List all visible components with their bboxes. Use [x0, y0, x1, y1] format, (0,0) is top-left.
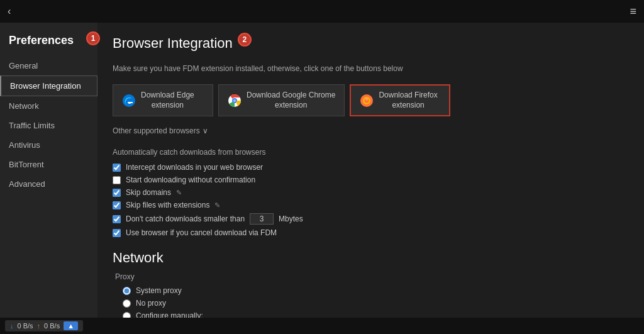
svg-point-8: [365, 98, 368, 101]
firefox-btn-line2: extension: [379, 101, 437, 111]
svg-point-0: [123, 94, 135, 107]
skip-domains-label: Skip domains: [126, 188, 171, 197]
use-browser-checkbox[interactable]: [113, 229, 121, 237]
mbytes-label: Mbytes: [279, 214, 303, 223]
radio-no-proxy: No proxy: [123, 299, 629, 308]
proxy-label: Proxy: [115, 272, 629, 281]
download-chrome-button[interactable]: Download Google Chrome extension: [218, 84, 345, 116]
start-without-label: Start downloading without confirmation: [126, 175, 255, 184]
radio-system-proxy: System proxy: [123, 286, 629, 295]
manual-proxy-radio[interactable]: [123, 312, 131, 318]
skip-domains-edit-icon[interactable]: ✎: [176, 189, 182, 197]
edge-btn-line2: extension: [141, 101, 194, 111]
checkbox-skip-files: Skip files with extensions ✎: [113, 201, 629, 209]
main-layout: Preferences 1 General Browser Integratio…: [0, 23, 644, 318]
no-proxy-radio[interactable]: [123, 299, 131, 308]
intercept-checkbox[interactable]: [113, 164, 121, 172]
content-area: Browser Integration 2 Make sure you have…: [97, 23, 644, 318]
browser-integration-subtitle: Make sure you have FDM extension install…: [113, 63, 629, 74]
system-proxy-radio[interactable]: [123, 287, 131, 295]
skip-domains-checkbox[interactable]: [113, 189, 121, 197]
start-without-checkbox[interactable]: [113, 176, 121, 184]
svg-point-4: [233, 99, 236, 102]
chrome-btn-line2: extension: [247, 101, 335, 111]
sidebar-item-general[interactable]: General: [0, 56, 97, 75]
extension-buttons: Download Edge extension Download Google …: [113, 84, 629, 116]
min-size-input[interactable]: [250, 213, 274, 225]
sidebar-item-traffic-limits[interactable]: Traffic Limits: [0, 116, 97, 135]
sidebar-title: Preferences 1: [0, 28, 97, 56]
download-firefox-button[interactable]: Download Firefox extension: [350, 84, 450, 116]
use-browser-label: Use browser if you cancel download via F…: [126, 228, 277, 237]
sidebar-item-bittorrent[interactable]: BitTorrent: [0, 155, 97, 174]
checkbox-start-without: Start downloading without confirmation: [113, 175, 629, 184]
manual-proxy-label: Configure manually:: [136, 311, 203, 318]
chrome-btn-line1: Download Google Chrome: [247, 91, 335, 101]
expand-button[interactable]: ▲: [64, 321, 78, 330]
chevron-down-icon: ∨: [203, 126, 208, 135]
other-browsers-link[interactable]: Other supported browsers ∨: [113, 126, 629, 135]
intercept-label: Intercept downloads in your web browser: [126, 163, 263, 172]
skip-files-edit-icon[interactable]: ✎: [214, 201, 220, 209]
up-arrow-icon: ↑: [37, 322, 41, 330]
download-speed: 0 B/s: [18, 322, 33, 330]
checkbox-use-browser: Use browser if you cancel download via F…: [113, 228, 629, 237]
firefox-icon: [360, 94, 374, 108]
top-bar: ‹ ≡: [0, 0, 644, 23]
skip-files-checkbox[interactable]: [113, 201, 121, 209]
sidebar-item-antivirus[interactable]: Antivirus: [0, 135, 97, 155]
annotation-badge-2: 2: [238, 33, 252, 47]
chrome-icon: [228, 94, 242, 108]
system-proxy-label: System proxy: [136, 286, 182, 295]
sidebar-item-network[interactable]: Network: [0, 96, 97, 116]
dont-catch-checkbox[interactable]: [113, 215, 121, 223]
sidebar-item-advanced[interactable]: Advanced: [0, 174, 97, 194]
sidebar: Preferences 1 General Browser Integratio…: [0, 23, 97, 318]
dont-catch-label: Don't catch downloads smaller than: [126, 214, 245, 223]
download-edge-button[interactable]: Download Edge extension: [113, 84, 213, 116]
radio-configure-manually: Configure manually:: [123, 311, 629, 318]
upload-speed: 0 B/s: [44, 322, 60, 330]
auto-catch-title: Automatically catch downloads from brows…: [113, 148, 629, 157]
checkbox-dont-catch: Don't catch downloads smaller than Mbyte…: [113, 213, 629, 225]
checkbox-skip-domains: Skip domains ✎: [113, 188, 629, 197]
menu-button[interactable]: ≡: [630, 5, 636, 18]
annotation-badge-1: 1: [86, 31, 100, 45]
browser-integration-title: Browser Integration: [113, 35, 233, 52]
speed-display: ↓ 0 B/s ↑ 0 B/s ▲: [5, 320, 83, 331]
network-title: Network: [113, 250, 629, 266]
firefox-btn-line1: Download Firefox: [379, 91, 437, 101]
skip-files-label: Skip files with extensions: [126, 201, 209, 209]
back-button[interactable]: ‹: [8, 6, 11, 17]
checkbox-intercept: Intercept downloads in your web browser: [113, 163, 629, 172]
no-proxy-label: No proxy: [136, 299, 166, 308]
sidebar-item-browser-integration[interactable]: Browser Integration: [0, 75, 97, 96]
bottom-bar: ↓ 0 B/s ↑ 0 B/s ▲: [0, 318, 644, 334]
edge-btn-line1: Download Edge: [141, 91, 194, 101]
down-arrow-icon: ↓: [10, 322, 14, 330]
edge-icon: [122, 94, 136, 108]
